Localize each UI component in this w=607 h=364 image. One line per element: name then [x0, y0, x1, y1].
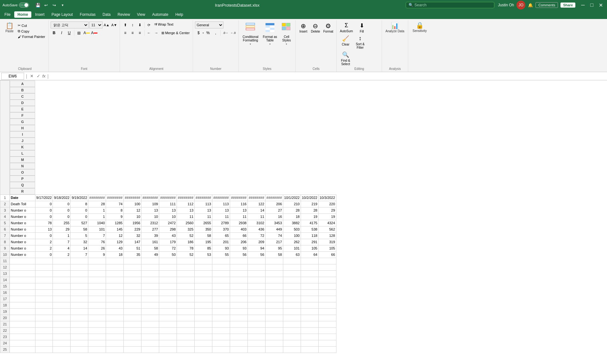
cell-2-4[interactable]: 28	[88, 201, 106, 207]
col-header-B[interactable]: B	[10, 87, 35, 93]
cell-14-14[interactable]	[265, 277, 283, 283]
cell-20-14[interactable]	[265, 315, 283, 321]
cell-22-0[interactable]	[10, 327, 35, 334]
cell-9-8[interactable]: 72	[159, 245, 177, 251]
cell-14-9[interactable]	[177, 277, 195, 283]
cell-4-6[interactable]: 10	[124, 213, 141, 220]
cell-3-9[interactable]: 13	[177, 207, 195, 213]
cell-15-14[interactable]	[265, 283, 283, 289]
cell-22-17[interactable]	[318, 327, 336, 334]
cell-25-10[interactable]	[195, 346, 212, 353]
col-header-N[interactable]: N	[10, 163, 35, 169]
cell-5-12[interactable]: 2938	[230, 220, 247, 226]
cell-18-1[interactable]	[35, 302, 53, 308]
cell-17-0[interactable]	[10, 296, 35, 302]
cell-2-16[interactable]: 219	[301, 201, 318, 207]
format-as-table-button[interactable]: Format as Table ▾	[261, 22, 279, 46]
cell-19-0[interactable]	[10, 308, 35, 315]
cell-16-7[interactable]	[141, 289, 159, 296]
cell-14-17[interactable]	[318, 277, 336, 283]
cell-25-7[interactable]	[141, 346, 159, 353]
cell-9-9[interactable]: 78	[177, 245, 195, 251]
cell-20-11[interactable]	[212, 315, 230, 321]
cell-3-1[interactable]: 0	[35, 207, 53, 213]
cell-4-14[interactable]: 16	[265, 213, 283, 220]
cell-8-6[interactable]: 147	[124, 239, 141, 245]
italic-button[interactable]: I	[58, 29, 65, 36]
cell-2-8[interactable]: 111	[159, 201, 177, 207]
cell-8-8[interactable]: 179	[159, 239, 177, 245]
cell-23-14[interactable]	[265, 334, 283, 340]
cell-9-12[interactable]: 93	[230, 245, 247, 251]
cell-7-7[interactable]: 39	[141, 232, 159, 239]
cell-21-4[interactable]	[88, 321, 106, 327]
cell-styles-button[interactable]: Cell Styles ▾	[279, 22, 293, 46]
cell-18-12[interactable]	[230, 302, 247, 308]
percent-button[interactable]: %	[204, 29, 211, 36]
cell-23-12[interactable]	[230, 334, 247, 340]
cell-25-9[interactable]	[177, 346, 195, 353]
cell-21-10[interactable]	[195, 321, 212, 327]
cell-17-12[interactable]	[230, 296, 247, 302]
cell-5-1[interactable]: 78	[35, 220, 53, 226]
cell-15-5[interactable]	[106, 283, 124, 289]
cell-4-15[interactable]: 18	[283, 213, 301, 220]
row-number-2[interactable]: 2	[0, 201, 10, 207]
cell-1-9[interactable]: ########	[177, 194, 195, 201]
cell-8-11[interactable]: 201	[212, 239, 230, 245]
cell-3-12[interactable]: 13	[230, 207, 247, 213]
grid-container[interactable]: A B C D E F G H I J K L M N O P Q	[0, 80, 607, 364]
cell-19-15[interactable]	[283, 308, 301, 315]
cell-6-6[interactable]: 229	[124, 226, 141, 232]
cell-23-8[interactable]	[159, 334, 177, 340]
cell-20-3[interactable]	[71, 315, 88, 321]
menu-view[interactable]: View	[134, 11, 148, 18]
cell-4-0[interactable]: Number o	[10, 213, 35, 220]
cell-5-3[interactable]: 527	[71, 220, 88, 226]
cell-1-4[interactable]: ########	[88, 194, 106, 201]
clear-button[interactable]: 🧹 Clear	[339, 34, 353, 47]
cell-25-12[interactable]	[230, 346, 247, 353]
cell-7-17[interactable]: 128	[318, 232, 336, 239]
cell-19-7[interactable]	[141, 308, 159, 315]
cell-1-16[interactable]: 10/2/2022	[301, 194, 318, 201]
formula-input[interactable]	[50, 73, 606, 80]
cell-10-0[interactable]: Number o	[10, 251, 35, 258]
cell-11-17[interactable]	[318, 258, 336, 264]
cell-5-2[interactable]: 255	[53, 220, 71, 226]
cell-3-2[interactable]: 0	[53, 207, 71, 213]
cell-23-6[interactable]	[124, 334, 141, 340]
cell-23-2[interactable]	[53, 334, 71, 340]
cell-24-9[interactable]	[177, 340, 195, 346]
cell-1-2[interactable]: 9/18/2022	[53, 194, 71, 201]
cell-8-3[interactable]: 32	[71, 239, 88, 245]
cell-21-12[interactable]	[230, 321, 247, 327]
cell-18-2[interactable]	[53, 302, 71, 308]
row-number-25[interactable]: 25	[0, 346, 10, 353]
cell-13-17[interactable]	[318, 270, 336, 277]
cell-8-13[interactable]: 209	[247, 239, 265, 245]
cell-16-1[interactable]	[35, 289, 53, 296]
row-number-16[interactable]: 16	[0, 289, 10, 296]
cell-25-8[interactable]	[159, 346, 177, 353]
cell-11-15[interactable]	[283, 258, 301, 264]
cell-17-11[interactable]	[212, 296, 230, 302]
cell-22-1[interactable]	[35, 327, 53, 334]
cell-16-8[interactable]	[159, 289, 177, 296]
row-number-11[interactable]: 11	[0, 258, 10, 264]
cell-14-0[interactable]	[10, 277, 35, 283]
cell-13-5[interactable]	[106, 270, 124, 277]
cell-13-0[interactable]	[10, 270, 35, 277]
col-header-F[interactable]: F	[10, 112, 35, 119]
cell-21-14[interactable]	[265, 321, 283, 327]
underline-button[interactable]: U	[66, 29, 73, 36]
cell-23-3[interactable]	[71, 334, 88, 340]
cell-24-3[interactable]	[71, 340, 88, 346]
col-header-R[interactable]: R	[10, 188, 35, 194]
cell-21-8[interactable]	[159, 321, 177, 327]
cell-12-16[interactable]	[301, 264, 318, 270]
col-header-K[interactable]: K	[10, 144, 35, 150]
cell-10-15[interactable]: 63	[283, 251, 301, 258]
cell-25-4[interactable]	[88, 346, 106, 353]
cell-11-12[interactable]	[230, 258, 247, 264]
